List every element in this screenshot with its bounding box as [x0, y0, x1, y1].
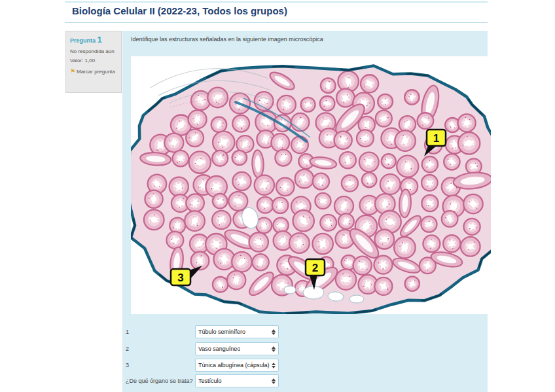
- flag-question-link[interactable]: ⚑Marcar pregunta: [70, 68, 117, 76]
- answer-label-3: 3: [126, 359, 194, 372]
- answer-select-1[interactable]: Túbulo seminífero: [195, 325, 279, 338]
- flag-label: Marcar pregunta: [77, 69, 115, 75]
- select-arrows-icon: [272, 378, 276, 384]
- answer-select-3[interactable]: Túnica albugínea (cápsula): [195, 359, 279, 372]
- question-points: Valor: 1,00: [70, 58, 117, 64]
- histology-image: 1 2 3: [131, 56, 491, 314]
- header-rule-top: [65, 1, 488, 3]
- flag-icon: ⚑: [70, 68, 75, 75]
- answer-select-organ[interactable]: Testículo: [195, 374, 279, 387]
- select-arrows-icon: [272, 346, 276, 352]
- answer-select-2[interactable]: Vaso sanguíneo: [195, 342, 279, 355]
- answer-select-2-value: Vaso sanguíneo: [198, 346, 240, 352]
- question-info-panel: Pregunta 1 No respondida aún Valor: 1,00…: [65, 31, 122, 93]
- question-prompt: Identifique las estructuras señaladas en…: [131, 36, 323, 43]
- select-arrows-icon: [272, 363, 276, 368]
- answer-select-organ-value: Testículo: [198, 378, 222, 384]
- select-arrows-icon: [272, 329, 276, 335]
- course-title: Biología Celular II (2022-23, Todos los …: [72, 5, 287, 16]
- marker-3-label: 3: [177, 272, 183, 284]
- marker-1-label: 1: [433, 132, 439, 145]
- answer-select-3-value: Túnica albugínea (cápsula): [198, 362, 270, 368]
- page: Biología Celular II (2022-23, Todos los …: [0, 0, 555, 392]
- answer-label-1: 1: [126, 325, 194, 338]
- answer-select-1-value: Túbulo seminífero: [198, 329, 245, 335]
- testis-micrograph: 1 2 3: [131, 56, 491, 314]
- answer-label-2: 2: [126, 342, 194, 355]
- marker-2-label: 2: [312, 262, 318, 274]
- answer-label-organ: ¿De qué órgano se trata?: [126, 374, 194, 387]
- question-status: No respondida aún: [70, 48, 117, 55]
- question-number: Pregunta 1: [70, 35, 117, 46]
- header-rule: [65, 22, 488, 23]
